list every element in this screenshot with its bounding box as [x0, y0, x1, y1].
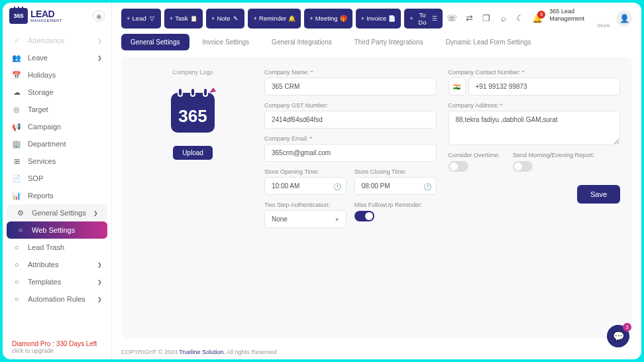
tab-third-party-integrations[interactable]: Third Party Integrations — [345, 34, 433, 50]
email-label: Company Email: * — [264, 135, 437, 142]
pill-icon: ▽ — [148, 15, 156, 22]
sidebar-item-services[interactable]: ⊞Services — [3, 152, 111, 170]
address-input[interactable] — [449, 111, 621, 145]
nav-label: General Settings — [32, 209, 86, 217]
plus-icon: + — [253, 15, 257, 22]
company-logo-preview: 365 — [163, 81, 223, 141]
nav-label: Leave — [28, 54, 48, 62]
sidebar-item-campaign[interactable]: 📢Campaign — [3, 118, 111, 135]
tab-invoice-settings[interactable]: Invoice Settings — [193, 34, 259, 50]
report-toggle[interactable] — [513, 161, 533, 172]
chevron-icon: ❯ — [97, 38, 102, 44]
plus-icon: + — [170, 15, 174, 22]
svg-rect-5 — [191, 89, 194, 95]
sidebar-item-sop[interactable]: 📄SOP — [3, 170, 111, 187]
nav-icon: ◎ — [12, 105, 21, 114]
nav-icon: 📄 — [12, 174, 21, 183]
overtime-label: Consider Overtime: — [449, 152, 500, 158]
user-role: Store — [597, 23, 610, 29]
footer-link[interactable]: Trueline Solution — [179, 349, 223, 355]
action-pills: + Lead ▽+ Task 📋+ Note ✎+ Reminder 🔔+ Me… — [121, 9, 443, 29]
add-reminder-button[interactable]: + Reminder 🔔 — [248, 9, 301, 29]
plus-icon: + — [409, 15, 413, 22]
nav-icon: 📅 — [12, 70, 21, 80]
plus-icon: + — [211, 15, 215, 22]
add-task-button[interactable]: + Task 📋 — [164, 9, 203, 29]
sidebar-item-templates[interactable]: ○Templates❯ — [3, 273, 111, 290]
nav-label: Storage — [28, 88, 54, 96]
svg-rect-6 — [204, 89, 207, 95]
dialer-icon[interactable]: ☏ — [447, 13, 457, 24]
nav-label: Attendance — [28, 36, 65, 44]
chevron-icon: ❯ — [97, 279, 102, 285]
sidebar-item-lead-trash[interactable]: ○Lead Trash — [3, 239, 111, 256]
pill-icon: 📄 — [388, 15, 396, 22]
nav-icon: ☁ — [12, 88, 21, 97]
sidebar-item-automation-rules[interactable]: ○Automation Rules❯ — [3, 290, 111, 308]
copy-icon[interactable]: ❐ — [481, 13, 492, 24]
search-icon[interactable]: ⌕ — [498, 13, 509, 24]
nav-icon: ⚙ — [16, 208, 25, 217]
pill-icon: 📋 — [190, 15, 197, 22]
pill-icon: ☰ — [431, 15, 437, 22]
add-invoice-button[interactable]: + Invoice 📄 — [356, 9, 402, 29]
company-name-input[interactable] — [264, 78, 437, 95]
chevron-icon: ❯ — [97, 262, 102, 268]
upload-button[interactable]: Upload — [173, 146, 213, 160]
nav-icon: 👥 — [12, 53, 21, 62]
nav-icon: 📢 — [12, 122, 21, 131]
nav-label: Holidays — [28, 71, 56, 79]
sidebar-item-attendance[interactable]: ✓Attendance❯ — [3, 32, 111, 49]
nav-label: Templates — [28, 278, 61, 286]
sidebar-item-web-settings[interactable]: ○Web Settings — [7, 221, 107, 239]
plan-upgrade-link[interactable]: click to upgrade — [12, 347, 102, 354]
miss-followup-toggle[interactable] — [354, 211, 374, 221]
sidebar-item-general-settings[interactable]: ⚙General Settings❯ — [7, 204, 107, 221]
twostep-label: Two Step Authentication: — [264, 202, 347, 208]
add-to-do-button[interactable]: + To Do ☰ — [404, 9, 443, 29]
sidebar-item-department[interactable]: 🏢Department — [3, 135, 111, 152]
nav-label: Reports — [28, 192, 54, 200]
tab-general-settings[interactable]: General Settings — [121, 34, 189, 50]
plus-icon: + — [309, 15, 313, 22]
miss-followup-label: Miss FollowUp Reminder: — [354, 202, 437, 208]
save-button[interactable]: Save — [577, 185, 620, 204]
sidebar-item-holidays[interactable]: 📅Holidays — [3, 66, 111, 84]
nav-label: Automation Rules — [28, 295, 85, 303]
nav-icon: ✓ — [12, 36, 21, 45]
add-note-button[interactable]: + Note ✎ — [206, 9, 245, 29]
brand-main: LEAD — [30, 9, 62, 19]
nav-label: Campaign — [28, 123, 61, 131]
notification-bell[interactable]: 🔔6 — [532, 13, 543, 24]
avatar[interactable]: 👤 — [616, 11, 632, 27]
gst-input[interactable] — [264, 111, 437, 129]
open-time-label: Store Opening Time: — [264, 168, 347, 175]
tab-general-integrations[interactable]: General Integrations — [262, 34, 341, 50]
nav-label: Lead Trash — [28, 243, 64, 251]
sidebar-collapse-button[interactable]: ◉ — [93, 10, 105, 22]
add-meeting-button[interactable]: + Meeting 🎁 — [304, 9, 352, 29]
email-input[interactable] — [264, 144, 437, 162]
list-icon[interactable]: ⇄ — [464, 13, 474, 24]
contact-input[interactable] — [468, 78, 621, 95]
nav-icon: ○ — [16, 225, 25, 235]
chat-fab[interactable]: 💬3 — [607, 325, 629, 347]
pill-icon: 🔔 — [288, 15, 295, 22]
sidebar-item-reports[interactable]: 📊Reports — [3, 187, 111, 204]
sidebar-item-attributes[interactable]: ○Attributes❯ — [3, 256, 111, 273]
sidebar-item-leave[interactable]: 👥Leave❯ — [3, 49, 111, 66]
overtime-toggle[interactable] — [449, 161, 468, 172]
add-lead-button[interactable]: + Lead ▽ — [121, 9, 161, 29]
brand-sub: MANAGEMENT — [30, 19, 62, 23]
sidebar-item-target[interactable]: ◎Target — [3, 101, 111, 118]
nav-label: SOP — [28, 174, 43, 182]
sidebar-item-storage[interactable]: ☁Storage — [3, 84, 111, 101]
nav-icon: ○ — [12, 243, 21, 252]
user-name: 365 Lead Management — [549, 8, 610, 23]
country-flag[interactable]: 🇮🇳 — [449, 78, 466, 95]
theme-icon[interactable]: ☾ — [515, 13, 526, 24]
nav-icon: ○ — [12, 260, 21, 269]
company-logo-label: Company Logo — [172, 69, 213, 76]
nav-icon: ⊞ — [12, 156, 21, 166]
tab-dynamic-lead-form-settings[interactable]: Dynamic Lead Form Settings — [437, 34, 541, 50]
